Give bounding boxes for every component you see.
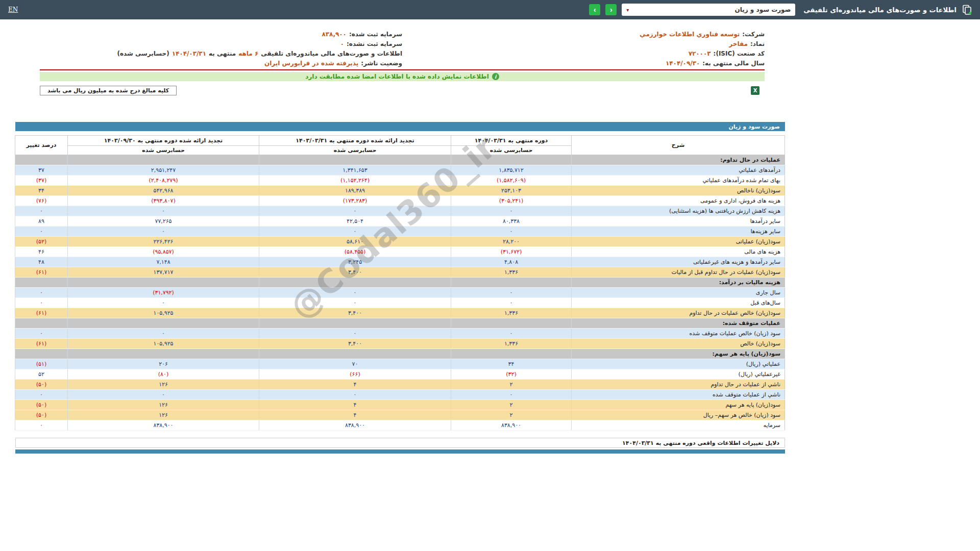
- col-header-description: شرح: [572, 136, 785, 155]
- table-row: سود(زیان) پایه هر سهم۲۴۱۲۶(۵۰): [15, 400, 785, 410]
- row-value: ۲: [451, 410, 572, 420]
- row-value: ۳۴: [451, 359, 572, 369]
- nav-prev-button[interactable]: ‹: [605, 4, 617, 15]
- registered-capital-label: سرمایه ثبت شده:: [349, 31, 402, 38]
- language-toggle-en[interactable]: EN: [8, 6, 18, 13]
- isic-value: ۷۲۰۰۰۳: [689, 50, 711, 57]
- row-value: ۰: [451, 390, 572, 400]
- table-row: سود (زیان) خالص هر سهم– ریال۲۴۱۲۶(۵۰): [15, 410, 785, 420]
- row-value: ۲۲۶,۴۲۶: [68, 237, 259, 247]
- isic-row: کد صنعت (ISIC): ۷۲۰۰۰۳: [402, 48, 765, 58]
- row-value: ۴۲,۵۰۴: [259, 216, 451, 227]
- fiscal-year-row: سال مالی منتهی به: ۱۴۰۴/۰۹/۳۰: [402, 58, 765, 68]
- row-value: ۰: [15, 288, 68, 298]
- row-value: ۱۰۵,۹۲۵: [68, 308, 259, 318]
- row-value: ۴۸: [15, 257, 68, 267]
- row-value: ۰: [15, 206, 68, 216]
- page-title: اطلاعات و صورت‌های مالی میاندوره‌ای تلفی…: [803, 6, 957, 14]
- row-label: هزینه های مالی: [572, 247, 785, 257]
- registered-capital-row: سرمایه ثبت شده: ۸۳۸,۹۰۰: [40, 29, 402, 39]
- row-value: [259, 155, 451, 165]
- report-icon: [962, 5, 972, 15]
- row-value: ۱,۳۳۶: [451, 267, 572, 278]
- statement-select-value: صورت سود و زیان: [735, 6, 791, 13]
- table-row: سایر درآمدها و هزینه های غیرعملیاتی۴,۸۰۸…: [15, 257, 785, 267]
- row-value: ۴: [259, 400, 451, 410]
- row-label: سود(زیان) خالص: [572, 339, 785, 349]
- row-value: [15, 278, 68, 288]
- fiscal-year-value: ۱۴۰۴/۰۹/۳۰: [666, 60, 700, 67]
- row-value: ۰: [68, 206, 259, 216]
- row-value: ۷۰: [259, 359, 451, 369]
- row-value: (۷۶): [15, 196, 68, 206]
- row-value: ۲,۹۵۱,۲۴۷: [68, 165, 259, 176]
- subheader-audited-3: حسابرسی شده: [68, 146, 259, 155]
- row-value: [15, 155, 68, 165]
- row-value: ۱,۳۴۱,۶۵۳: [259, 165, 451, 176]
- row-value: ۱۲۶: [68, 400, 259, 410]
- row-label: سایر هزینه‌ها: [572, 227, 785, 237]
- row-value: (۱۷۳,۲۸۳): [259, 196, 451, 206]
- row-value: (۳۰۵,۲۴۱): [451, 196, 572, 206]
- row-value: ۳۴: [15, 186, 68, 196]
- section-row: سود(زیان) پایه هر سهم:: [15, 349, 785, 359]
- row-value: ۱,۳۳۶: [451, 339, 572, 349]
- row-label: سایر درآمدها: [572, 216, 785, 227]
- row-value: ۲۰۶: [68, 359, 259, 369]
- table-row: سود(زیان) عملیاتی۲۸,۲۰۰۵۸,۶۱۰۲۲۶,۴۲۶(۵۲): [15, 237, 785, 247]
- table-row: سود(زیان) خالص۱,۳۳۶۳,۴۰۰۱۰۵,۹۲۵(۶۱): [15, 339, 785, 349]
- row-value: ۰: [451, 227, 572, 237]
- table-row: هزینه کاهش ارزش دریافتنی ها (هزینه استثن…: [15, 206, 785, 216]
- unregistered-capital-row: سرمایه ثبت نشده: ۰: [40, 39, 402, 48]
- row-value: ۰: [68, 227, 259, 237]
- publisher-status-row: وضعیت ناشر: پذیرفته شده در فرابورس ایران: [40, 58, 402, 68]
- symbol-label: نماد:: [750, 40, 765, 47]
- fiscal-year-label: سال مالی منتهی به:: [702, 60, 765, 67]
- row-label: سال جاری: [572, 288, 785, 298]
- row-value: ۰: [259, 329, 451, 339]
- row-value: [15, 349, 68, 359]
- section-label: سود(زیان) پایه هر سهم:: [572, 349, 785, 359]
- table-row: بهای تمام شده درآمدهای عملیاتي(۱,۵۸۲,۶۰۹…: [15, 176, 785, 186]
- section-row: هزینه مالیات بر درآمد:: [15, 278, 785, 288]
- row-value: ۰: [451, 298, 572, 308]
- company-info-section: شرکت: توسعه فناوري اطلاعات خوارزمي سرمای…: [40, 29, 765, 70]
- row-value: ۸۰,۳۳۸: [451, 216, 572, 227]
- row-label: سود(زیان) پایه هر سهم: [572, 400, 785, 410]
- table-row: سال‌های قبل۰۰۰۰: [15, 298, 785, 308]
- row-value: ۲۸,۲۰۰: [451, 237, 572, 247]
- statement-select[interactable]: صورت سود و زیان ▾: [622, 4, 795, 16]
- row-value: [68, 155, 259, 165]
- table-row: سود(زیان) ناخالص۲۵۳,۱۰۳۱۸۹,۳۸۹۵۴۲,۹۶۸۳۴: [15, 186, 785, 196]
- row-label: سود (زیان) خالص عملیات متوقف شده: [572, 329, 785, 339]
- table-header-row: شرح دوره منتهی به ۱۴۰۴/۰۳/۳۱ تجدید ارائه…: [15, 136, 785, 146]
- table-row: سود(زیان) عملیات در حال تداوم قبل از مال…: [15, 267, 785, 278]
- table-row: درآمدهای عملیاتي۱,۸۳۵,۷۱۲۱,۳۴۱,۶۵۳۲,۹۵۱,…: [15, 165, 785, 176]
- row-value: [68, 349, 259, 359]
- row-value: [451, 349, 572, 359]
- row-value: ۴: [259, 410, 451, 420]
- row-value: ۷,۱۴۸: [68, 257, 259, 267]
- section-label: هزینه مالیات بر درآمد:: [572, 278, 785, 288]
- registered-capital-value: ۸۳۸,۹۰۰: [322, 31, 347, 38]
- row-value: ۰: [259, 206, 451, 216]
- section-row: عملیات متوقف شده:: [15, 318, 785, 329]
- row-value: ۰: [451, 288, 572, 298]
- row-value: ۰: [68, 390, 259, 400]
- row-value: ۴: [259, 380, 451, 390]
- row-value: [15, 318, 68, 329]
- excel-export-icon[interactable]: X: [751, 86, 760, 95]
- publisher-status-value: پذیرفته شده در فرابورس ایران: [264, 60, 358, 67]
- report-audited-label: (حسابرسی شده): [117, 50, 169, 57]
- row-value: ۵۸,۶۱۰: [259, 237, 451, 247]
- row-value: ۲۵۳,۱۰۳: [451, 186, 572, 196]
- table-row: سال جاری۰۰(۳۱,۷۹۲)۰: [15, 288, 785, 298]
- row-value: [451, 155, 572, 165]
- nav-next-button[interactable]: ›: [589, 4, 600, 15]
- report-title-label: اطلاعات و صورت‌های مالی میاندوره‌ای تلفی…: [261, 50, 402, 57]
- table-row: سود (زیان) خالص عملیات متوقف شده۰۰۰۰: [15, 329, 785, 339]
- row-label: سود(زیان) ناخالص: [572, 186, 785, 196]
- changes-reasons-bar[interactable]: دلایل تغییرات اطلاعات واقعی دوره منتهی ب…: [15, 438, 785, 448]
- row-value: ۱,۸۳۵,۷۱۲: [451, 165, 572, 176]
- row-value: (۵۰): [15, 400, 68, 410]
